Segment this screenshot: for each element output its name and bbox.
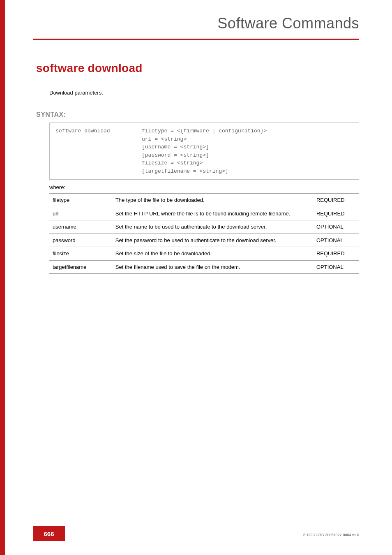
param-name: username [49,220,112,234]
param-name: filetype [49,194,112,207]
table-row: filetype The type of the file to be down… [49,194,359,207]
param-name: password [49,234,112,247]
syntax-command: software download [55,127,142,135]
param-desc: Set the HTTP URL where the file is to be… [112,207,313,220]
syntax-arg-line: filesize = <string> [142,160,203,166]
param-name: filesize [49,247,112,261]
syntax-code: software downloadfiletype = <{firmware |… [55,127,353,175]
header-divider [33,39,359,40]
table-row: targetfilename Set the filename used to … [49,260,359,274]
page: Software Commands software download Down… [0,0,392,555]
table-row: url Set the HTTP URL where the file is t… [49,207,359,220]
table-row: username Set the name to be used to auth… [49,220,359,234]
param-desc: The type of the file to be downloaded. [112,194,313,207]
param-desc: Set the name to be used to authenticate … [112,220,313,234]
syntax-arg-line: url = <string> [142,136,187,142]
param-req: REQUIRED [313,207,359,220]
syntax-arg-line: [targetfilename = <string>] [142,168,228,174]
left-accent-strip [0,0,5,555]
table-row: filesize Set the size of the file to be … [49,247,359,261]
param-req: OPTIONAL [313,260,359,274]
param-desc: Set the password to be used to authentic… [112,234,313,247]
table-row: password Set the password to be used to … [49,234,359,247]
page-number: 666 [33,526,65,541]
syntax-arg-line: [password = <string>] [142,152,209,158]
param-req: REQUIRED [313,194,359,207]
param-name: targetfilename [49,260,112,274]
syntax-heading: SYNTAX: [36,111,66,118]
param-desc: Set the filename used to save the file o… [112,260,313,274]
param-req: REQUIRED [313,247,359,261]
param-desc: Set the size of the file to be downloade… [112,247,313,261]
syntax-arg-line: filetype = <{firmware | configuration}> [142,128,267,134]
param-req: OPTIONAL [313,220,359,234]
param-name: url [49,207,112,220]
document-id: E-DOC-CTC-20061027-0004 v1.0 [303,533,359,537]
where-label: where: [49,184,65,190]
chapter-title: Software Commands [217,15,359,32]
parameters-table: filetype The type of the file to be down… [49,193,359,274]
syntax-code-box: software downloadfiletype = <{firmware |… [49,123,359,180]
syntax-arg-line: [username = <string>] [142,144,209,150]
param-req: OPTIONAL [313,234,359,247]
command-description: Download parameters. [49,90,103,96]
command-title: software download [36,62,143,75]
